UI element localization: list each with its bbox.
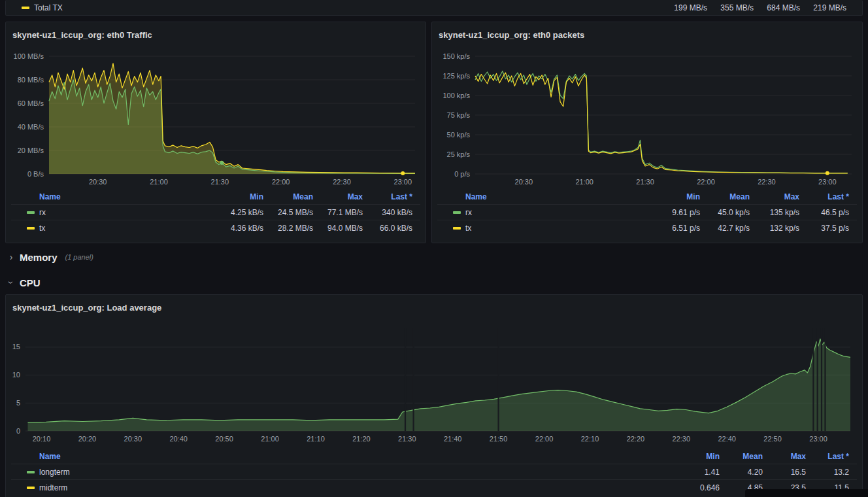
svg-text:50 kp/s: 50 kp/s [447,131,471,139]
svg-text:100 MB/s: 100 MB/s [14,52,44,60]
series-toggle-tx[interactable]: tx [27,224,214,233]
legend-header-last[interactable]: Last * [799,192,849,201]
svg-text:75 kp/s: 75 kp/s [447,111,471,119]
legend-header-mean[interactable]: Mean [720,452,763,461]
svg-text:100 kp/s: 100 kp/s [442,92,470,99]
series-toggle-tx[interactable]: tx [453,224,650,233]
svg-text:20:50: 20:50 [215,435,233,443]
stat-last: 46.5 p/s [799,208,849,217]
svg-text:20:30: 20:30 [515,178,533,186]
legend-header-max[interactable]: Max [750,192,799,201]
eth0-traffic-legend: Name Min Mean Max Last * rx 4.25 kB/s 24… [11,190,420,235]
series-color-swatch [27,227,35,230]
panel-title-load-average[interactable]: skynet-uz1_iccup_org: Load average [6,295,862,321]
legend-row-longterm: longterm 1.41 4.20 16.5 13.2 [11,464,857,479]
svg-text:20:30: 20:30 [89,178,107,186]
stat-mean: 355 MB/s [707,3,754,12]
stat-max: 77.1 MB/s [313,208,363,217]
stat-max: 16.5 [763,468,806,477]
svg-text:22:30: 22:30 [673,435,691,443]
svg-text:22:10: 22:10 [581,435,599,443]
svg-text:22:30: 22:30 [758,178,776,186]
series-color-swatch [453,211,461,214]
stat-max: 684 MB/s [754,3,800,12]
series-name: longterm [39,468,70,477]
legend-header-row: Name Min Mean Max Last * [437,190,857,204]
svg-text:15: 15 [12,343,20,351]
series-name: tx [39,224,45,233]
series-toggle-rx[interactable]: rx [27,208,214,217]
legend-row-tx: tx 4.36 kB/s 28.2 MB/s 94.0 MB/s 66.0 kB… [11,220,420,235]
stat-mean: 24.5 MB/s [263,208,313,217]
chevron-right-icon: › [7,252,16,262]
svg-text:21:30: 21:30 [211,178,229,186]
stat-mean: 42.7 kp/s [700,224,750,233]
svg-text:0 p/s: 0 p/s [454,170,470,178]
svg-text:21:30: 21:30 [636,178,654,186]
svg-text:22:00: 22:00 [697,178,715,186]
stat-mean: 45.0 kp/s [700,208,750,217]
series-toggle-midterm[interactable]: midterm [27,483,676,492]
series-toggle-total-tx[interactable]: Total TX [22,3,661,12]
series-name: rx [39,208,46,217]
svg-text:21:30: 21:30 [398,435,416,443]
legend-header-last[interactable]: Last * [806,452,849,461]
stat-last: 13.2 [806,468,849,477]
panel-title-eth0-traffic[interactable]: skynet-uz1_iccup_org: eth0 Traffic [6,22,426,48]
stat-last: 37.5 p/s [799,224,849,233]
panel-load-average: skynet-uz1_iccup_org: Load average 05101… [5,294,863,497]
svg-text:22:00: 22:00 [535,435,554,443]
legend-header-mean[interactable]: Mean [263,192,313,201]
svg-text:20:40: 20:40 [169,435,188,443]
svg-text:22:30: 22:30 [333,178,351,186]
dashboard-row-memory[interactable]: › Memory (1 panel) [7,249,93,265]
stat-min: 4.25 kB/s [214,208,263,217]
panel-total-tx-strip: Total TX 199 MB/s 355 MB/s 684 MB/s 219 … [5,0,863,16]
panel-title-eth0-packets[interactable]: skynet-uz1_iccup_org: eth0 packets [432,22,862,48]
eth0-traffic-chart[interactable]: 0 B/s20 MB/s40 MB/s60 MB/s80 MB/s100 MB/… [11,48,420,188]
row-title-memory: Memory [20,252,58,263]
dashboard-row-cpu[interactable]: › CPU [7,275,41,290]
svg-text:21:50: 21:50 [490,435,508,443]
eth0-packets-chart[interactable]: 0 p/s25 kp/s50 kp/s75 kp/s100 kp/s125 kp… [437,48,857,188]
load-average-chart[interactable]: 05101520:1020:2020:3020:4020:5021:0021:1… [11,321,857,445]
stat-min: 4.36 kB/s [214,224,263,233]
svg-text:23:00: 23:00 [809,435,827,443]
bottom-right-overlay [745,489,868,497]
legend-header-min[interactable]: Min [214,192,263,201]
series-toggle-rx[interactable]: rx [453,208,650,217]
stat-last: 66.0 kB/s [363,224,412,233]
legend-header-max[interactable]: Max [763,452,806,461]
svg-text:150 kp/s: 150 kp/s [442,52,470,60]
legend-header-name[interactable]: Name [27,192,214,201]
legend-header-name[interactable]: Name [27,452,676,461]
stat-last: 219 MB/s [800,3,846,12]
series-name: midterm [39,483,67,492]
svg-text:80 MB/s: 80 MB/s [18,76,44,84]
stat-max: 135 kp/s [750,208,799,217]
series-toggle-longterm[interactable]: longterm [27,468,676,477]
legend-header-max[interactable]: Max [313,192,363,201]
svg-text:22:50: 22:50 [763,435,782,443]
svg-text:0: 0 [16,427,20,435]
stat-mean: 4.20 [720,468,763,477]
eth0-packets-legend: Name Min Mean Max Last * rx 9.61 p/s 45.… [437,190,857,235]
svg-text:20:20: 20:20 [78,435,97,443]
series-color-swatch [27,487,35,489]
legend-header-name[interactable]: Name [453,192,650,201]
legend-row-rx: rx 9.61 p/s 45.0 kp/s 135 kp/s 46.5 p/s [437,204,857,220]
chevron-down-icon: › [6,278,16,287]
svg-text:23:00: 23:00 [818,178,837,186]
legend-header-mean[interactable]: Mean [700,192,750,201]
legend-header-min[interactable]: Min [650,192,700,201]
svg-text:22:00: 22:00 [272,178,290,186]
svg-text:20:30: 20:30 [124,435,142,443]
series-color-swatch [27,211,35,214]
legend-header-min[interactable]: Min [676,452,720,461]
panel-eth0-traffic: skynet-uz1_iccup_org: eth0 Traffic 0 B/s… [5,22,426,243]
stat-min: 1.41 [676,468,720,477]
svg-text:21:40: 21:40 [444,435,462,443]
legend-header-last[interactable]: Last * [363,192,412,201]
row-title-cpu: CPU [20,277,41,288]
svg-text:20 MB/s: 20 MB/s [18,146,44,154]
